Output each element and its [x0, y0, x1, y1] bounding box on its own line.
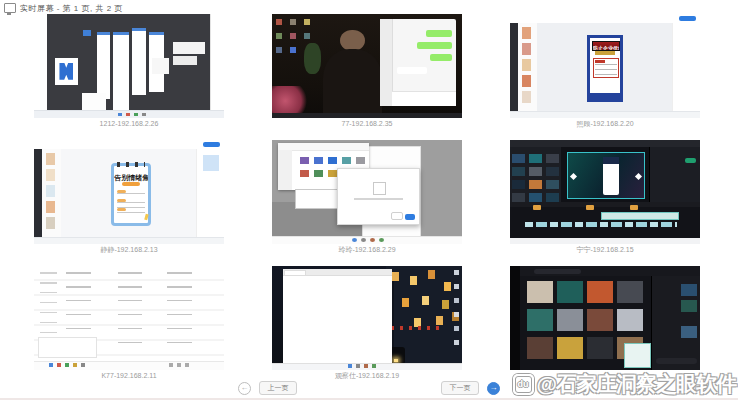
mock-icon-rail: [510, 23, 518, 111]
next-arrow-icon[interactable]: →: [487, 382, 500, 395]
mock-yellow-band: [595, 51, 615, 55]
mock-orange-pill: [122, 182, 140, 186]
mock-taskbar: [272, 236, 462, 244]
mock-left-rail: [510, 266, 520, 370]
mock-section-tag: [117, 190, 126, 193]
screen-tile-4[interactable]: 告别情绪焦虑 静静-192.168.2.13: [34, 140, 224, 255]
prev-page-button[interactable]: 上一页: [259, 381, 297, 395]
mock-section-tag: [117, 199, 126, 202]
mock-taskbar: [34, 361, 224, 370]
mock-search-pill: [534, 269, 581, 274]
mock-text-lines: [117, 202, 145, 207]
screen-tile-8[interactable]: 观察仕-192.168.2.19: [272, 266, 462, 381]
screen-tile-5[interactable]: 玲玲-192.168.2.29: [272, 140, 462, 255]
screens-grid: 1212-192.168.2.26 77-192.1: [34, 14, 700, 381]
mock-panel: [173, 42, 205, 53]
screen-caption-7: K77-192.168.2.11: [34, 370, 224, 381]
mock-canvas: 防止企业优盘泄密: [537, 23, 674, 111]
mock-desktop-icons: [276, 19, 282, 25]
mock-input-pill: [656, 358, 697, 365]
mock-icon-rail: [34, 149, 42, 237]
screen-thumbnail-6: [510, 140, 700, 244]
screen-tile-2[interactable]: 77-192.168.2.35: [272, 14, 462, 129]
mock-properties-panel: [649, 147, 700, 202]
mock-section-tag: [117, 208, 126, 211]
mock-taskbar-icons: [118, 113, 122, 116]
screen-caption-9: [510, 370, 700, 381]
screen-caption-1: 1212-192.168.2.26: [34, 118, 224, 129]
mock-chat-window: [380, 19, 456, 105]
mock-properties-panel: [672, 23, 700, 111]
mock-table-block: [38, 337, 97, 358]
mock-overlay-thumb: [624, 343, 651, 368]
mock-plant: [304, 43, 321, 74]
screen-tile-7[interactable]: K77-192.168.2.11: [34, 266, 224, 381]
mock-person-body: [323, 49, 382, 113]
mock-cancel-button: [391, 212, 403, 220]
mock-left-sidebar: [34, 14, 48, 111]
mock-dialog: [337, 168, 421, 225]
screen-tile-3[interactable]: 防止企业优盘泄密 照顾-192.168.2.20: [510, 14, 700, 129]
mock-taskbar: [510, 111, 700, 118]
mock-text-lines: [117, 212, 145, 217]
mock-properties-panel: [196, 149, 224, 237]
mock-chat-bubble: [397, 67, 427, 75]
screen-caption-3: 照顾-192.168.2.20: [510, 118, 700, 129]
mock-footer-band: [590, 93, 620, 99]
mock-app-icons: [300, 157, 309, 164]
mock-ok-button: [405, 214, 415, 220]
mock-panel-thumbs: [681, 284, 697, 296]
mock-text-column: [167, 272, 192, 349]
screen-thumbnail-7: [34, 266, 224, 370]
mock-small-window: [82, 93, 107, 110]
mock-panel: [152, 58, 169, 75]
mock-sticker: [144, 214, 149, 220]
mock-media-panel: [510, 147, 561, 202]
mock-taskbar: [272, 363, 462, 370]
mock-taskbar: [34, 110, 224, 118]
screen-thumbnail-9: [510, 266, 700, 370]
mock-text-lines: [595, 64, 617, 76]
titlebar: 实时屏幕 - 第 1 页, 共 2 页: [4, 2, 123, 14]
mock-text-box: [593, 58, 619, 78]
next-page-button[interactable]: 下一页: [441, 381, 479, 395]
screen-thumbnail-8: [272, 266, 462, 370]
mock-taskbar-icons: [49, 363, 53, 367]
mock-chat-bubble: [426, 30, 452, 38]
mock-marker: [630, 205, 638, 210]
screen-tile-6[interactable]: 宁宁-192.168.2.15: [510, 140, 700, 255]
mock-taskbar: [272, 113, 462, 118]
screen-thumbnail-2: [272, 14, 462, 118]
mock-chat-input: [392, 91, 456, 106]
mock-taskbar: [510, 238, 700, 244]
screen-tile-9[interactable]: [510, 266, 700, 381]
mock-right-sidebar: [210, 14, 224, 111]
mock-image-thumb: [203, 155, 219, 171]
mock-thumb-stack: [46, 153, 55, 165]
screen-caption-5: 玲玲-192.168.2.29: [272, 244, 462, 255]
mock-header: [520, 266, 701, 276]
prev-arrow-icon[interactable]: ←: [238, 382, 251, 395]
screen-tile-1[interactable]: 1212-192.168.2.26: [34, 14, 224, 129]
mock-timeline: [510, 202, 700, 237]
mock-phone-screenshot: [603, 157, 620, 195]
mock-poster: 防止企业优盘泄密: [587, 35, 623, 102]
mock-lit-windows: [392, 272, 399, 281]
screen-caption-4: 静静-192.168.2.13: [34, 244, 224, 255]
mock-toolbar: [510, 140, 700, 147]
mock-thumb-stack: [522, 27, 531, 39]
mock-clip: [601, 212, 679, 220]
mock-mobile-frame: [113, 32, 129, 110]
mock-browser-window: [283, 269, 391, 366]
mock-panel: [173, 56, 198, 65]
mock-template-grid: [527, 281, 553, 303]
mock-page-thumbnails: [42, 149, 62, 237]
mock-marker: [533, 205, 541, 210]
mock-spiral-binding: [117, 162, 145, 167]
mock-preview-canvas: [567, 152, 644, 199]
mock-image-placeholder: [373, 182, 386, 195]
mock-green-button: [685, 158, 696, 162]
mock-page-thumbnails: [518, 23, 538, 111]
mock-chat-bubble: [417, 42, 452, 50]
mock-red-heading: [595, 60, 606, 63]
